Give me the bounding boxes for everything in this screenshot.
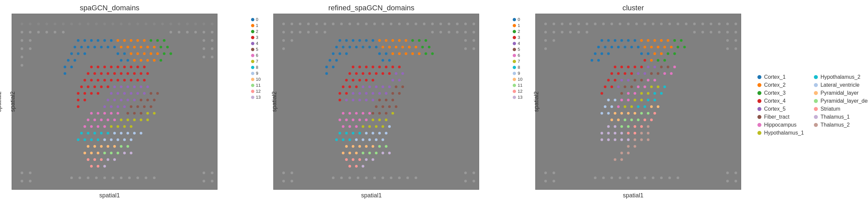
svg-point-290 bbox=[324, 31, 327, 34]
svg-point-346 bbox=[332, 65, 335, 68]
spagcn-legend-item-6: 6 bbox=[251, 53, 261, 58]
svg-point-616 bbox=[617, 85, 620, 88]
legend-item-cortex2: Cortex_2 bbox=[757, 82, 804, 88]
svg-point-565 bbox=[630, 46, 633, 49]
svg-point-516 bbox=[544, 31, 547, 34]
svg-point-519 bbox=[569, 31, 572, 34]
svg-point-461 bbox=[372, 132, 374, 134]
svg-point-421 bbox=[378, 99, 381, 101]
svg-point-641 bbox=[647, 92, 650, 95]
svg-point-130 bbox=[106, 99, 109, 101]
svg-point-144 bbox=[130, 105, 132, 108]
svg-point-141 bbox=[140, 99, 143, 101]
plot-cluster-ylabel: spatial2 bbox=[533, 91, 539, 112]
svg-point-374 bbox=[372, 65, 374, 68]
plot-refined-title: refined_spaGCN_domains bbox=[329, 4, 414, 12]
spagcn-legend-dot-13 bbox=[251, 96, 254, 99]
svg-point-342 bbox=[335, 59, 338, 61]
svg-point-586 bbox=[650, 59, 653, 61]
svg-point-470 bbox=[352, 145, 354, 148]
svg-point-535 bbox=[544, 172, 547, 174]
svg-point-14 bbox=[136, 23, 139, 25]
spagcn-legend-dot-0 bbox=[251, 18, 254, 21]
svg-point-576 bbox=[653, 39, 656, 42]
svg-point-97 bbox=[90, 79, 93, 82]
svg-point-94 bbox=[140, 72, 143, 75]
plot-spagcn-xlabel: spatial1 bbox=[99, 192, 120, 199]
svg-point-77 bbox=[90, 65, 93, 68]
spagcn-legend-label-1: 1 bbox=[256, 23, 258, 28]
legend-item-pyramidal-layer: Pyramidal_layer bbox=[814, 90, 868, 96]
svg-point-587 bbox=[673, 39, 676, 42]
spagcn-legend-label-11: 11 bbox=[256, 83, 261, 88]
svg-point-71 bbox=[163, 39, 165, 42]
svg-point-481 bbox=[375, 152, 377, 154]
svg-point-349 bbox=[385, 39, 388, 42]
svg-point-90 bbox=[113, 72, 116, 75]
svg-point-28 bbox=[103, 39, 106, 42]
svg-point-330 bbox=[342, 46, 345, 49]
svg-point-73 bbox=[166, 46, 169, 49]
legend-item-hippocampus: Hippocampus bbox=[757, 122, 804, 128]
svg-point-628 bbox=[670, 72, 673, 75]
spagcn-legend-label-0: 0 bbox=[256, 17, 258, 22]
svg-point-165 bbox=[147, 112, 149, 115]
svg-point-415 bbox=[365, 99, 368, 101]
svg-point-406 bbox=[352, 92, 354, 95]
svg-point-699 bbox=[633, 145, 636, 148]
svg-point-380 bbox=[355, 72, 358, 75]
svg-point-573 bbox=[597, 59, 600, 61]
svg-point-115 bbox=[77, 99, 80, 101]
svg-point-124 bbox=[110, 92, 113, 95]
svg-point-76 bbox=[159, 59, 162, 61]
svg-point-490 bbox=[372, 158, 374, 161]
svg-point-438 bbox=[352, 119, 354, 121]
svg-point-51 bbox=[130, 39, 132, 42]
svg-point-689 bbox=[614, 139, 616, 141]
svg-point-339 bbox=[378, 53, 381, 55]
svg-point-96 bbox=[83, 79, 86, 82]
svg-point-53 bbox=[143, 39, 146, 42]
svg-point-66 bbox=[140, 59, 143, 61]
svg-point-316 bbox=[365, 176, 368, 179]
svg-point-265 bbox=[315, 23, 318, 25]
svg-point-158 bbox=[100, 119, 103, 121]
svg-point-202 bbox=[97, 152, 99, 154]
svg-point-191 bbox=[110, 139, 113, 141]
svg-point-292 bbox=[440, 31, 442, 34]
svg-point-6 bbox=[70, 23, 73, 25]
spagcn-legend-item-11: 11 bbox=[251, 83, 261, 88]
svg-point-261 bbox=[282, 23, 285, 25]
svg-point-12 bbox=[120, 23, 123, 25]
svg-point-499 bbox=[602, 23, 605, 25]
svg-point-234 bbox=[211, 56, 214, 58]
svg-point-217 bbox=[103, 165, 106, 168]
svg-point-607 bbox=[604, 85, 606, 88]
refined-legend-label-11: 11 bbox=[518, 83, 522, 88]
svg-point-677 bbox=[633, 125, 636, 128]
svg-point-518 bbox=[561, 31, 563, 34]
svg-point-533 bbox=[726, 48, 729, 50]
svg-point-120 bbox=[126, 85, 129, 88]
svg-point-585 bbox=[660, 53, 663, 55]
svg-point-275 bbox=[398, 23, 401, 25]
refined-legend-item-8: 8 bbox=[513, 65, 522, 70]
svg-point-618 bbox=[666, 65, 669, 68]
svg-point-680 bbox=[633, 132, 636, 134]
refined-legend-dot-0 bbox=[513, 18, 516, 21]
svg-point-155 bbox=[117, 112, 119, 115]
svg-point-423 bbox=[392, 99, 394, 101]
svg-point-50 bbox=[123, 39, 126, 42]
svg-point-296 bbox=[472, 31, 475, 34]
svg-point-657 bbox=[600, 112, 603, 115]
svg-point-149 bbox=[133, 112, 136, 115]
svg-point-456 bbox=[335, 139, 338, 141]
legend-label-hypothalamus2: Hypothalamus_2 bbox=[820, 74, 860, 80]
svg-point-286 bbox=[290, 31, 293, 34]
svg-point-692 bbox=[647, 125, 650, 128]
svg-point-669 bbox=[624, 119, 626, 121]
spagcn-legend-label-2: 2 bbox=[256, 29, 258, 34]
svg-point-700 bbox=[620, 152, 623, 154]
svg-point-435 bbox=[368, 112, 371, 115]
refined-legend-item-5: 5 bbox=[513, 47, 522, 52]
